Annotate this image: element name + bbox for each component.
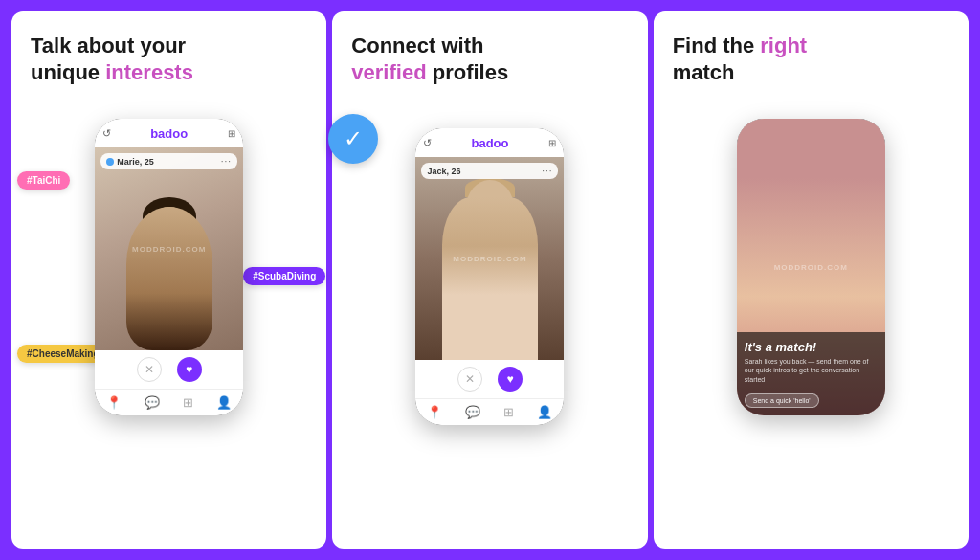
nav-chat-left[interactable]: 💬 [145,395,160,410]
heading-highlight: interests [105,60,193,84]
nav-grid-center[interactable]: ⊞ [503,405,514,419]
phone-actions-center: ✕ ♥ [415,360,564,398]
nav-person-center[interactable]: 👤 [537,405,552,419]
phone-left: ↺ badoo ⊞ MODDROID.COM [95,119,243,415]
profile-name-bar-center: Jack, 26 ··· [421,163,558,179]
nav-location-left[interactable]: 📍 [106,395,122,410]
center-heading-highlight: verified [351,60,426,84]
left-heading-text: Talk about your unique interests [27,33,311,85]
app-logo-left: badoo [150,126,188,141]
nav-location-center[interactable]: 📍 [427,405,442,419]
profile-name-bar-left: Marie, 25 ··· [100,153,237,169]
nav-chat-center[interactable]: 💬 [465,405,480,419]
verify-dot-left [106,158,114,166]
phone-nav-left: 📍 💬 ⊞ 👤 [95,389,243,415]
match-description: Sarah likes you back — send them one of … [745,357,878,385]
phone-actions-left: ✕ ♥ [95,350,243,389]
profile-card-right: MODDROID.COM It's a match! Sarah likes y… [737,119,885,415]
settings-icon-center: ⊞ [548,138,556,148]
hashtag-scuba: #ScubaDiving [243,267,325,285]
settings-icon: ⊞ [228,128,235,139]
panel-center: Connect with verified profiles ✓ ↺ badoo… [332,11,647,549]
right-heading: Find the right match [669,33,953,100]
person-image-left: MODDROID.COM [95,147,243,350]
like-button-center[interactable]: ♥ [498,367,523,392]
right-heading-highlight: right [760,34,807,57]
panel-left: Talk about your unique interests #TaiChi… [11,11,326,549]
phone-screen-left: ↺ badoo ⊞ MODDROID.COM [95,119,243,415]
dots-menu-center[interactable]: ··· [542,166,552,176]
profile-card-center: MODDROID.COM Jack, 26 ··· [415,157,564,360]
center-heading: Connect with verified profiles [347,33,632,100]
dislike-button-center[interactable]: ✕ [457,367,482,392]
dots-menu-left[interactable]: ··· [221,156,232,167]
center-heading-line2: profiles [427,60,509,84]
nav-grid-left[interactable]: ⊞ [183,395,193,410]
phone-nav-center: 📍 💬 ⊞ 👤 [415,398,564,425]
refresh-icon: ↺ [102,127,111,140]
verify-badge-center: ✓ [328,114,378,164]
match-overlay: It's a match! Sarah likes you back — sen… [737,332,885,415]
phone-mockup-left: #TaiChi #ScubaDiving #CheeseMaking ↺ bad… [27,119,311,415]
phone-mockup-right: MODDROID.COM It's a match! Sarah likes y… [669,119,953,415]
match-title: It's a match! [745,340,878,354]
profile-name-left: Marie, 25 [117,157,154,167]
right-heading-line1: Find the [673,34,761,57]
dislike-button-left[interactable]: ✕ [137,357,162,382]
phone-mockup-center: ✓ ↺ badoo ⊞ MODDROI [347,128,632,425]
nav-person-left[interactable]: 👤 [216,395,232,410]
phone-center: ↺ badoo ⊞ MODDROID.COM [415,128,564,425]
app-logo-center: badoo [471,136,508,150]
phone-screen-right: MODDROID.COM It's a match! Sarah likes y… [737,119,885,415]
center-heading-text: Connect with verified profiles [347,33,632,85]
refresh-icon-center: ↺ [423,137,432,149]
profile-card-left: MODDROID.COM Marie, 25 ··· [95,147,243,350]
panel-right: Find the right match MODDROID.COM [654,11,969,549]
phone-screen-center: ↺ badoo ⊞ MODDROID.COM [415,128,564,425]
body-left [126,207,212,350]
person-image-center: MODDROID.COM [415,157,564,360]
heading-line1: Talk about your [31,34,186,57]
left-heading: Talk about your unique interests [27,33,311,100]
match-button[interactable]: Send a quick 'hello' [745,393,819,408]
phone-header-left: ↺ badoo ⊞ [95,119,243,147]
heading-line2: unique [31,60,105,84]
right-heading-text: Find the right match [669,33,953,85]
center-heading-line1: Connect with [351,34,483,57]
hashtag-taichi: #TaiChi [17,171,70,190]
body-center [442,197,538,360]
profile-name-center: Jack, 26 [427,167,460,176]
right-heading-line2: match [673,60,735,84]
main-container: Talk about your unique interests #TaiChi… [0,0,980,560]
phone-right: MODDROID.COM It's a match! Sarah likes y… [737,119,885,415]
phone-header-center: ↺ badoo ⊞ [415,128,564,157]
like-button-left[interactable]: ♥ [177,357,202,382]
